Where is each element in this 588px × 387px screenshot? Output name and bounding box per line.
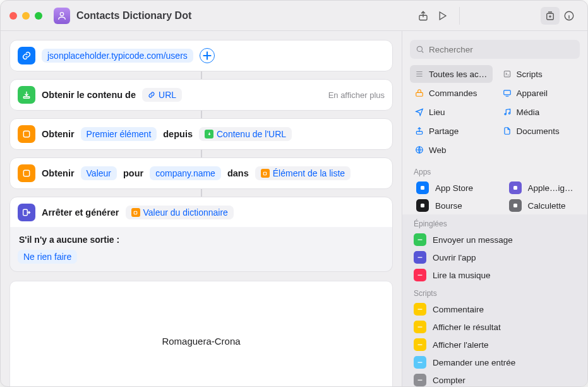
exit-icon bbox=[18, 204, 35, 221]
connector bbox=[9, 189, 393, 197]
all-icon bbox=[415, 70, 424, 78]
section-pinned: Épinglées bbox=[402, 214, 587, 231]
traffic-lights bbox=[9, 12, 42, 20]
play-icon bbox=[436, 10, 448, 22]
action-label: Obtenir bbox=[42, 129, 75, 139]
category-commands[interactable]: Commandes bbox=[410, 84, 493, 102]
link-icon bbox=[18, 47, 35, 64]
download-icon bbox=[18, 86, 35, 104]
search-field[interactable] bbox=[410, 40, 580, 59]
svg-rect-21 bbox=[421, 204, 424, 207]
category-all[interactable]: Toutes les acti.. bbox=[410, 65, 493, 83]
run-button[interactable] bbox=[433, 7, 452, 25]
in-word: dans bbox=[227, 168, 249, 178]
category-grid: Toutes les acti..ScriptsCommandesApparei… bbox=[402, 65, 587, 163]
commands-icon bbox=[415, 89, 424, 97]
output-variable-token[interactable]: Valeur du dictionnaire bbox=[126, 206, 234, 219]
documents-icon bbox=[503, 126, 512, 135]
action-icon bbox=[414, 356, 426, 369]
apps-grid: App StoreApple…iguratorBourseCalculette bbox=[402, 179, 587, 214]
no-output-label: S'il n'y a aucune sortie : bbox=[19, 235, 385, 245]
action-url[interactable]: jsonplaceholder.typicode.com/users bbox=[9, 40, 393, 71]
category-media[interactable]: Média bbox=[498, 103, 580, 121]
svg-point-11 bbox=[417, 46, 422, 51]
share-icon bbox=[415, 126, 424, 135]
source-variable-token[interactable]: Contenu de l'URL bbox=[199, 127, 292, 141]
svg-rect-10 bbox=[134, 211, 137, 214]
category-documents[interactable]: Documents bbox=[498, 122, 580, 140]
url-value-token[interactable]: jsonplaceholder.typicode.com/users bbox=[42, 49, 193, 63]
minimize-window-button[interactable] bbox=[22, 12, 30, 20]
section-apps: Apps bbox=[402, 163, 587, 179]
script-action[interactable]: Afficher le résultat bbox=[409, 318, 581, 336]
link-icon bbox=[148, 91, 155, 99]
which-item-token[interactable]: Premier élément bbox=[81, 127, 157, 141]
action-get-item[interactable]: Obtenir Premier élément depuis Contenu d… bbox=[9, 118, 393, 150]
search-input[interactable] bbox=[429, 45, 574, 54]
category-location[interactable]: Lieu bbox=[410, 103, 493, 121]
app-icon bbox=[509, 181, 522, 194]
svg-marker-2 bbox=[440, 12, 446, 20]
svg-rect-20 bbox=[513, 186, 517, 190]
dictionary-icon bbox=[18, 164, 35, 182]
svg-point-16 bbox=[508, 113, 510, 114]
window-title: Contacts Dictionary Dot bbox=[76, 10, 191, 22]
action-get-dictionary-value[interactable]: Obtenir Valeur pour company.name dans Él… bbox=[9, 157, 393, 189]
source-variable-token[interactable]: Élément de la liste bbox=[255, 166, 351, 180]
app-item[interactable]: Calculette bbox=[504, 197, 579, 214]
category-share[interactable]: Partage bbox=[410, 122, 493, 140]
app-item[interactable]: Apple…igurator bbox=[504, 179, 579, 197]
add-url-button[interactable] bbox=[200, 48, 215, 63]
download-icon bbox=[205, 130, 213, 138]
actions-sidebar: Toutes les acti..ScriptsCommandesApparei… bbox=[402, 31, 587, 386]
action-icon bbox=[414, 303, 426, 316]
key-token[interactable]: company.name bbox=[150, 166, 221, 180]
script-action[interactable]: Commentaire bbox=[409, 300, 581, 318]
app-icon bbox=[416, 181, 429, 194]
workflow-editor[interactable]: jsonplaceholder.typicode.com/users Obten… bbox=[1, 31, 402, 386]
close-window-button[interactable] bbox=[9, 12, 17, 20]
pinned-list: Envoyer un messageOuvrir l'appLire la mu… bbox=[402, 231, 587, 284]
svg-rect-7 bbox=[23, 170, 29, 176]
action-icon bbox=[414, 251, 426, 264]
info-icon bbox=[563, 10, 575, 22]
shortcuts-window: Contacts Dictionary Dot jsonplaceholder.… bbox=[0, 0, 588, 387]
category-scripts[interactable]: Scripts bbox=[498, 65, 580, 83]
pinned-action[interactable]: Envoyer un message bbox=[409, 231, 581, 249]
result-preview: Romaguera-Crona bbox=[9, 281, 393, 386]
action-get-contents[interactable]: Obtenir le contenu de URL En afficher pl… bbox=[9, 79, 393, 111]
action-label: Obtenir bbox=[42, 168, 75, 178]
script-action[interactable]: Demander une entrée bbox=[409, 353, 581, 371]
pinned-action[interactable]: Ouvrir l'app bbox=[409, 249, 581, 266]
action-icon bbox=[414, 321, 426, 333]
titlebar: Contacts Dictionary Dot bbox=[1, 1, 587, 31]
app-icon bbox=[509, 199, 522, 212]
url-variable-token[interactable]: URL bbox=[142, 88, 182, 102]
svg-rect-22 bbox=[513, 204, 517, 207]
category-device[interactable]: Appareil bbox=[498, 84, 580, 102]
script-action[interactable]: Compter bbox=[409, 371, 581, 386]
svg-rect-9 bbox=[23, 209, 28, 215]
value-kind-token[interactable]: Valeur bbox=[81, 166, 117, 180]
action-label: Obtenir le contenu de bbox=[42, 90, 136, 100]
category-web[interactable]: Web bbox=[410, 141, 493, 159]
app-item[interactable]: App Store bbox=[411, 179, 486, 197]
scripts-list: CommentaireAfficher le résultatAfficher … bbox=[402, 300, 587, 386]
pinned-action[interactable]: Lire la musique bbox=[409, 266, 581, 284]
fallback-option-token[interactable]: Ne rien faire bbox=[18, 250, 77, 264]
library-toggle-button[interactable] bbox=[541, 7, 560, 25]
list-item-icon bbox=[18, 125, 35, 143]
info-button[interactable] bbox=[560, 7, 579, 25]
device-icon bbox=[503, 89, 512, 97]
app-item[interactable]: Bourse bbox=[411, 197, 486, 214]
action-stop-output[interactable]: Arrêter et générer Valeur du dictionnair… bbox=[9, 197, 393, 228]
svg-rect-19 bbox=[421, 186, 424, 190]
show-more-link[interactable]: En afficher plus bbox=[328, 90, 385, 100]
share-button[interactable] bbox=[414, 7, 433, 25]
action-icon bbox=[414, 338, 426, 351]
zoom-window-button[interactable] bbox=[35, 12, 42, 20]
script-action[interactable]: Afficher l'alerte bbox=[409, 336, 581, 353]
share-icon bbox=[417, 10, 429, 22]
web-icon bbox=[415, 145, 424, 154]
for-word: pour bbox=[123, 168, 143, 178]
